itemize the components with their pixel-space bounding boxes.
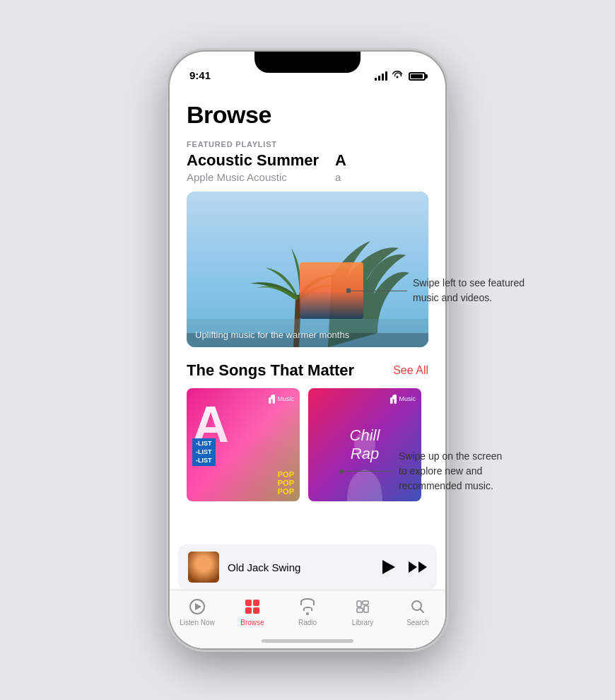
tab-browse-label: Browse bbox=[240, 619, 264, 626]
svg-rect-7 bbox=[357, 608, 363, 612]
songs-title: The Songs That Matter bbox=[187, 361, 354, 380]
see-all-button[interactable]: See All bbox=[393, 364, 428, 377]
play-icon bbox=[382, 560, 395, 574]
browse-icon bbox=[243, 597, 262, 616]
page-title: Browse bbox=[170, 87, 445, 140]
ff-icon-1 bbox=[409, 561, 417, 573]
radio-dot-icon bbox=[306, 612, 309, 615]
featured-row: Acoustic Summer Apple Music Acoustic A a bbox=[187, 151, 428, 183]
mini-player-controls bbox=[380, 559, 427, 576]
palm-svg bbox=[187, 192, 428, 347]
radio-arc-2 bbox=[303, 607, 312, 611]
apple-music-logo-2 bbox=[388, 394, 397, 404]
apple-music-badge-2: Music bbox=[388, 394, 416, 404]
mini-player-thumbnail bbox=[188, 552, 219, 583]
fast-forward-button[interactable] bbox=[409, 561, 427, 573]
songs-header: The Songs That Matter See All bbox=[187, 361, 428, 380]
listen-now-icon bbox=[188, 597, 206, 616]
tab-search-label: Search bbox=[406, 619, 429, 626]
thumbnail-art bbox=[188, 552, 219, 583]
search-icon bbox=[409, 597, 427, 616]
apple-music-text-2: Music bbox=[399, 395, 416, 402]
signal-bar-3 bbox=[382, 74, 384, 81]
featured-title-2: A bbox=[335, 151, 434, 170]
tab-browse[interactable]: Browse bbox=[225, 597, 280, 626]
svg-point-4 bbox=[354, 432, 375, 457]
grid-cell-2 bbox=[253, 600, 259, 606]
phone-content: Browse FEATURED PLAYLIST Acoustic Summer… bbox=[170, 87, 445, 648]
tab-radio-label: Radio bbox=[298, 619, 317, 626]
featured-subtitle-1: Apple Music Acoustic bbox=[187, 171, 321, 183]
list-text-3: -LIST bbox=[196, 457, 212, 465]
svg-rect-6 bbox=[363, 601, 368, 605]
browse-grid-icon bbox=[245, 600, 259, 614]
silhouette-icon bbox=[336, 431, 393, 501]
svg-rect-5 bbox=[357, 601, 361, 607]
notch bbox=[254, 52, 361, 73]
signal-bar-4 bbox=[385, 71, 387, 81]
featured-section: FEATURED PLAYLIST Acoustic Summer Apple … bbox=[170, 140, 445, 183]
ff-icon-2 bbox=[418, 561, 427, 573]
featured-item-2[interactable]: A a bbox=[335, 151, 434, 183]
featured-item-1[interactable]: Acoustic Summer Apple Music Acoustic bbox=[187, 151, 321, 183]
pop-text-3: POP bbox=[278, 487, 294, 496]
songs-section: The Songs That Matter See All Music bbox=[170, 347, 445, 501]
list-text-2: -LIST bbox=[196, 448, 212, 457]
tab-radio[interactable]: Radio bbox=[280, 597, 335, 626]
svg-rect-1 bbox=[300, 262, 363, 319]
songs-grid: Music A -LIST -LIST -LIST bbox=[187, 388, 428, 501]
radio-icon bbox=[298, 597, 317, 616]
list-text-1: -LIST bbox=[196, 440, 212, 448]
hero-bg bbox=[187, 192, 428, 347]
song-card-1[interactable]: Music A -LIST -LIST -LIST bbox=[187, 388, 300, 501]
svg-rect-8 bbox=[364, 606, 368, 612]
home-indicator bbox=[262, 639, 353, 643]
tab-listen-now[interactable]: Listen Now bbox=[170, 597, 225, 626]
tab-library-label: Library bbox=[352, 619, 374, 626]
phone-shell: 9:41 bbox=[170, 52, 445, 648]
featured-title-1: Acoustic Summer bbox=[187, 151, 321, 170]
signal-icon bbox=[375, 72, 387, 81]
pop-text-1: POP bbox=[278, 470, 294, 479]
mini-player-title: Old Jack Swing bbox=[228, 561, 372, 573]
pop-text-2: POP bbox=[278, 479, 294, 487]
mini-player[interactable]: Old Jack Swing bbox=[178, 544, 437, 590]
battery-fill bbox=[411, 74, 423, 78]
card-1-list: -LIST -LIST -LIST bbox=[192, 438, 216, 466]
scroll-area[interactable]: Browse FEATURED PLAYLIST Acoustic Summer… bbox=[170, 87, 445, 590]
signal-bar-1 bbox=[375, 78, 377, 81]
tab-search[interactable]: Search bbox=[390, 597, 445, 626]
listen-now-circle-icon bbox=[189, 599, 205, 614]
library-icon bbox=[353, 597, 372, 616]
card-1-pop: POP POP POP bbox=[278, 470, 294, 496]
status-icons bbox=[375, 71, 426, 81]
battery-icon bbox=[409, 72, 426, 81]
radio-waves-icon bbox=[300, 598, 315, 615]
hero-caption: Uplifting music for the warmer months bbox=[195, 329, 349, 340]
status-time: 9:41 bbox=[189, 69, 211, 81]
tab-listen-now-label: Listen Now bbox=[180, 619, 214, 626]
wifi-icon bbox=[392, 71, 403, 81]
grid-cell-1 bbox=[245, 600, 252, 606]
listen-now-play-icon bbox=[195, 603, 201, 610]
search-svg-icon bbox=[410, 599, 426, 614]
library-svg-icon bbox=[355, 599, 370, 614]
signal-bar-2 bbox=[378, 76, 380, 81]
hero-image[interactable]: Uplifting music for the warmer months bbox=[187, 192, 428, 347]
featured-label: FEATURED PLAYLIST bbox=[187, 140, 428, 148]
radio-arc-1 bbox=[300, 598, 315, 605]
grid-cell-3 bbox=[245, 607, 252, 614]
play-button[interactable] bbox=[380, 559, 397, 576]
song-card-2[interactable]: Music Chill Rap bbox=[308, 388, 421, 501]
tab-library[interactable]: Library bbox=[335, 597, 390, 626]
featured-subtitle-2: a bbox=[335, 171, 434, 183]
grid-cell-4 bbox=[253, 607, 259, 614]
